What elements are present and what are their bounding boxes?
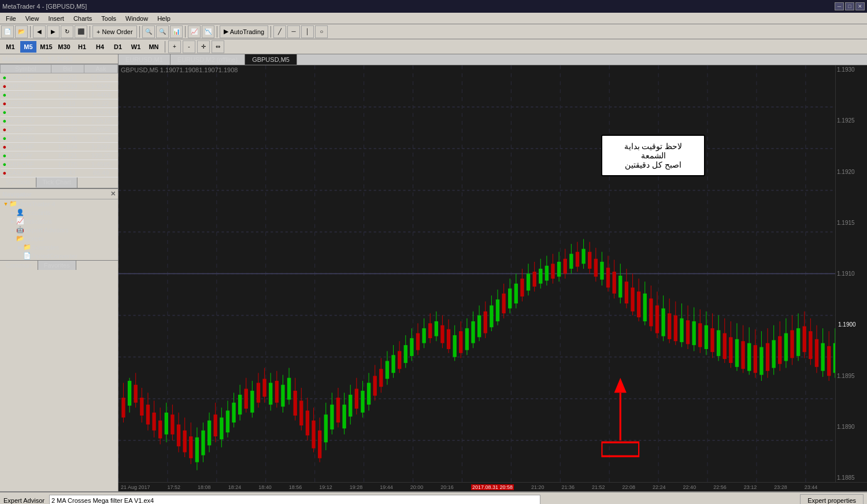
zoom-out-button[interactable]: - [183,40,195,53]
symbol-cell: ●EURCHF [1,143,51,151]
chart-tab-eurusd-m1[interactable]: EURUSD,M1 [118,54,171,65]
hline-button[interactable]: ─ [287,25,300,38]
tf-m15[interactable]: M15 [38,41,54,53]
menu-window[interactable]: Window [121,14,153,23]
svg-rect-64 [232,403,235,423]
svg-rect-128 [428,323,432,338]
price-8: 1.1890 [837,424,866,430]
direction-dot: ● [3,117,7,124]
market-watch-row[interactable]: ●GBPCHF 1.4575 1.4585 [1,160,118,169]
stop-button[interactable]: ⬛ [75,25,87,38]
market-watch-row[interactable]: ●EURAUD 1.3736 1.3748 [1,134,118,143]
market-watch-row[interactable]: ●EURCHF 1.2894 1.2897 [1,143,118,151]
svg-rect-84 [294,391,297,416]
crosshair-button[interactable]: ✛ [197,40,210,53]
objects-button[interactable]: ○ [315,25,328,38]
market-watch-row[interactable]: ●GBPUSD 1.6339 1.6342 [1,82,118,91]
tree-item-metatrader4[interactable]: ▼ 📁 MetaTrader 4 [0,199,118,208]
new-order-icon: + [97,28,100,35]
tf-m30[interactable]: M30 [56,41,72,53]
back-button[interactable]: ◀ [33,25,46,38]
market-watch-row[interactable]: ●CADJPY 86.43 86.49 [1,169,118,177]
svg-rect-58 [214,414,217,436]
close-button[interactable]: ✕ [855,2,865,10]
chart-type-button[interactable]: 📊 [170,25,183,38]
svg-rect-188 [612,272,616,294]
svg-rect-112 [379,369,383,387]
maximize-button[interactable]: □ [845,2,854,10]
sep5 [217,26,217,38]
market-watch-row[interactable]: ●AUDUSD 1.0515 1.0518 [1,117,118,125]
refresh-button[interactable]: ↻ [61,25,73,38]
tf-mn[interactable]: MN [146,41,162,53]
tab-tick-chart[interactable]: Tick Chart [36,177,77,188]
new-button[interactable]: 📄 [1,25,14,38]
time-21: 23:28 [774,484,787,490]
open-button[interactable]: 📂 [15,25,28,38]
tree-item-ea[interactable]: ▶ 🤖 Expert Advisors [0,225,118,234]
tab-symbols[interactable]: Symbols [0,177,36,188]
tf-w1[interactable]: W1 [128,41,144,53]
expand-indicators: ▶ [9,218,16,224]
tree-item-examples[interactable]: ▶ 📁 Examples [0,243,118,251]
market-watch-row[interactable]: ●EURUSD 1.4451 1.4453 [1,91,118,99]
expert-properties-button[interactable]: Expert properties [800,494,864,504]
time-1: 21 Aug 2017 [121,484,150,490]
svg-rect-210 [680,318,683,342]
tree-item-accounts[interactable]: ▶ 👤 Accounts [0,208,118,217]
tf-h4[interactable]: H4 [92,41,108,53]
menu-view[interactable]: View [21,14,44,23]
navigator-close[interactable]: ✕ [110,190,116,198]
autotrading-button[interactable]: ▶ AutoTrading [220,25,269,38]
menu-charts[interactable]: Charts [69,14,97,23]
tf-d1[interactable]: D1 [110,41,126,53]
menu-help[interactable]: Help [153,14,175,23]
nav-tab-common[interactable]: Common [0,261,38,270]
svg-rect-100 [342,405,346,428]
tree-item-scripts[interactable]: ▼ 📂 Scripts [0,234,118,243]
new-order-button[interactable]: + New Order [92,25,137,38]
svg-rect-66 [238,395,242,414]
bid-cell: 120.21 [51,151,84,160]
forward-button[interactable]: ▶ [47,25,60,38]
vline-button[interactable]: │ [301,25,314,38]
indicator-button[interactable]: 📈 [188,25,201,38]
nav-tab-favorites[interactable]: Favorites [38,261,76,270]
svg-rect-98 [336,398,340,423]
chart-zoom-in-button[interactable]: 🔍 [142,25,155,38]
expand-examples: ▶ [16,244,23,250]
ask-cell: 83.22 [84,99,118,108]
period-sep-button[interactable]: 📉 [202,25,214,38]
symbol-cell: ●USDJPY [1,99,51,108]
ea-select[interactable]: 2 MA Crosses Mega filter EA V1.ex4 [49,495,540,504]
price-scale: 1.1930 1.1925 1.1920 1.1915 1.1910 1.190… [835,65,867,482]
minimize-button[interactable]: ─ [835,2,844,10]
menu-insert[interactable]: Insert [43,14,69,23]
svg-rect-224 [723,333,727,360]
tf-m1[interactable]: M1 [2,41,18,53]
tree-item-period-converter[interactable]: 📄 PeriodConverter [0,251,118,260]
svg-rect-180 [588,252,591,269]
market-watch-row[interactable]: ●USDCAD 0.9620 0.9624 [1,108,118,117]
svg-rect-104 [355,389,358,409]
chart-tab-gbpusd-m5[interactable]: GBPUSD,M5 [245,54,297,65]
chart-symbol-info: GBPUSD,M5 1.19071.19081.19071.1908 [121,66,238,73]
ask-cell: 1.2897 [84,143,118,151]
tf-m5[interactable]: M5 [20,41,36,53]
market-watch-row[interactable]: ●USDCHF 0.8921 0.8925 [1,73,118,82]
market-watch-row[interactable]: ●EURJPY 120.21 120.25 [1,151,118,160]
svg-rect-148 [490,305,493,327]
scroll-button[interactable]: ⇔ [212,40,224,53]
menu-file[interactable]: File [1,14,21,23]
tree-item-indicators[interactable]: ▶ 📈 Indicators [0,217,118,225]
chart-zoom-out-button[interactable]: 🔍 [156,25,169,38]
market-watch-row[interactable]: ●USDJPY 83.19 83.22 [1,99,118,108]
chart-tab-eurusd-m2[interactable]: EURUSD,M2 (offline) [171,54,245,65]
svg-rect-152 [502,294,505,313]
market-watch-row[interactable]: ●EURGBP 0.8843 0.8846 [1,125,118,134]
tf-h1[interactable]: H1 [74,41,90,53]
menu-tools[interactable]: Tools [97,14,121,23]
chart-canvas[interactable]: GBPUSD,M5 1.19071.19081.19071.1908 [118,65,867,482]
zoom-in-button[interactable]: + [168,40,181,53]
trendline-button[interactable]: ╱ [273,25,286,38]
